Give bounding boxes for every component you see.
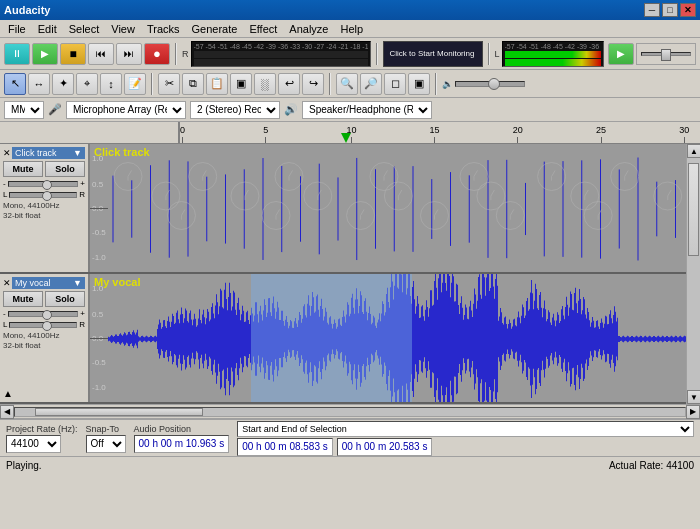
copy-button[interactable]: ⧉ (182, 73, 204, 95)
gain-thumb[interactable] (488, 78, 500, 90)
maximize-button[interactable]: □ (662, 3, 678, 17)
solo-click-button[interactable]: Solo (45, 161, 85, 177)
project-rate-group: Project Rate (Hz): 44100 (6, 424, 78, 453)
track-vocal-name[interactable]: My vocal ▼ (12, 277, 85, 289)
record-button[interactable]: ● (144, 43, 170, 65)
menu-select[interactable]: Select (63, 22, 106, 36)
redo-button[interactable]: ↪ (302, 73, 324, 95)
selection-overlay (251, 274, 412, 402)
ruler-mark-15: 15 (430, 125, 440, 143)
menu-view[interactable]: View (105, 22, 141, 36)
toolbar-separator (175, 43, 177, 65)
status-playing-text: Playing. (6, 460, 42, 471)
menu-file[interactable]: File (2, 22, 32, 36)
project-rate-select[interactable]: 44100 (6, 435, 61, 453)
hscroll-left-button[interactable]: ◀ (0, 405, 14, 419)
menu-generate[interactable]: Generate (186, 22, 244, 36)
cut-button[interactable]: ✂ (158, 73, 180, 95)
trim-button[interactable]: ▣ (230, 73, 252, 95)
zoom-sel-button[interactable]: ▣ (408, 73, 430, 95)
vscroll-down-button[interactable]: ▼ (687, 390, 700, 404)
click-monitor-button[interactable]: Click to Start Monitoring (383, 41, 483, 67)
sel-end-value[interactable]: 00 h 00 m 20.583 s (337, 438, 433, 456)
silence-button[interactable]: ░ (254, 73, 276, 95)
hscroll-track[interactable] (14, 407, 686, 417)
play-button[interactable]: ▶ (32, 43, 58, 65)
select-tool[interactable]: ↖ (4, 73, 26, 95)
menu-edit[interactable]: Edit (32, 22, 63, 36)
gain-click-slider[interactable] (8, 181, 79, 187)
vscroll-up-button[interactable]: ▲ (687, 144, 700, 158)
timeline-ruler[interactable]: 0 5 10 15 20 25 30 (0, 122, 700, 144)
channels-select[interactable]: 2 (Stereo) Recor (190, 101, 280, 119)
window-controls: ─ □ ✕ (644, 3, 696, 17)
output-device-select[interactable]: Speaker/Headphone (Realts (302, 101, 432, 119)
track-vocal-waveform[interactable]: My vocal 1.0 0.5 0.0 -0.5 -1.0 (90, 274, 686, 402)
mute-solo-click: Mute Solo (3, 161, 85, 177)
tracks-area: ✕ Click track ▼ Mute Solo - + (0, 144, 686, 404)
pan-vocal-row: L R (3, 320, 85, 329)
paste-button[interactable]: 📋 (206, 73, 228, 95)
mute-vocal-button[interactable]: Mute (3, 291, 43, 307)
ruler-mark-5: 5 (263, 125, 268, 143)
pan-click-slider[interactable] (9, 192, 77, 198)
record-meter[interactable]: -57 -54 -51 -48 -45 -42 -39 -36 -33 -30 … (191, 41, 371, 67)
solo-vocal-button[interactable]: Solo (45, 291, 85, 307)
zoom-in-button[interactable]: 🔍 (336, 73, 358, 95)
draw-tool[interactable]: ✦ (52, 73, 74, 95)
api-select[interactable]: MME (4, 101, 44, 119)
track-click-close[interactable]: ✕ (3, 148, 11, 158)
playhead-marker (341, 133, 351, 143)
sel-start-value[interactable]: 00 h 00 m 08.583 s (237, 438, 333, 456)
snap-to-label: Snap-To (86, 424, 126, 434)
skip-start-button[interactable]: ⏮ (88, 43, 114, 65)
undo-button[interactable]: ↩ (278, 73, 300, 95)
close-button[interactable]: ✕ (680, 3, 696, 17)
hscrollbar[interactable]: ◀ ▶ (0, 404, 700, 418)
hscroll-right-button[interactable]: ▶ (686, 405, 700, 419)
pause-button[interactable]: ⏸ (4, 43, 30, 65)
track-vocal-close[interactable]: ✕ (3, 278, 11, 288)
gain-slider[interactable] (455, 76, 525, 92)
hscroll-thumb[interactable] (35, 408, 203, 416)
playback-meter[interactable]: -57 -54 -51 -48 -45 -42 -39 -36 -33 -30 … (502, 41, 604, 67)
zoom-out-button[interactable]: 🔎 (360, 73, 382, 95)
audio-pos-value[interactable]: 00 h 00 m 10.963 s (134, 435, 230, 453)
zoom-fit-button[interactable]: ◻ (384, 73, 406, 95)
pan-vocal-slider[interactable] (9, 322, 77, 328)
menu-effect[interactable]: Effect (243, 22, 283, 36)
tools-toolbar: ↖ ↔ ✦ ⌖ ↕ 📝 ✂ ⧉ 📋 ▣ ░ ↩ ↪ 🔍 🔎 ◻ ▣ 🔈 (0, 70, 700, 98)
minimize-button[interactable]: ─ (644, 3, 660, 17)
playback-controls-right: ▶ (608, 43, 696, 65)
mute-click-button[interactable]: Mute (3, 161, 43, 177)
track-click-name[interactable]: Click track ▼ (12, 147, 85, 159)
snap-to-select[interactable]: Off (86, 435, 126, 453)
playback-l-bar (505, 51, 601, 58)
stop-button[interactable]: ■ (60, 43, 86, 65)
vscrollbar: ▲ ▼ (686, 144, 700, 404)
track-vocal-header: ✕ My vocal ▼ (3, 277, 85, 289)
record-l-bar (194, 51, 368, 58)
menu-analyze[interactable]: Analyze (283, 22, 334, 36)
ruler-marks-area[interactable]: 0 5 10 15 20 25 30 (180, 122, 700, 143)
vscroll-track[interactable] (687, 158, 700, 390)
menu-help[interactable]: Help (334, 22, 369, 36)
zoom-tool[interactable]: ⌖ (76, 73, 98, 95)
envelope-tool[interactable]: ↔ (28, 73, 50, 95)
timeshift-tool[interactable]: ↕ (100, 73, 122, 95)
skip-end-button[interactable]: ⏭ (116, 43, 142, 65)
multi-tool[interactable]: 📝 (124, 73, 146, 95)
track-click-title: Click track (94, 146, 150, 158)
menu-tracks[interactable]: Tracks (141, 22, 186, 36)
selection-type-select[interactable]: Start and End of Selection (237, 421, 694, 437)
vscroll-thumb[interactable] (688, 163, 699, 256)
playback-slider[interactable] (636, 43, 696, 65)
slider-thumb[interactable] (661, 49, 671, 61)
pan-click-row: L R (3, 190, 85, 199)
play-once-button[interactable]: ▶ (608, 43, 634, 65)
input-device-select[interactable]: Microphone Array (Realtek (66, 101, 186, 119)
collapse-icon[interactable]: ▲ (3, 388, 13, 399)
gain-vocal-slider[interactable] (8, 311, 79, 317)
audio-pos-group: Audio Position 00 h 00 m 10.963 s (134, 424, 230, 453)
track-click-waveform[interactable]: Click track 1.0 0.5 0.0 -0.5 -1.0 (90, 144, 686, 272)
